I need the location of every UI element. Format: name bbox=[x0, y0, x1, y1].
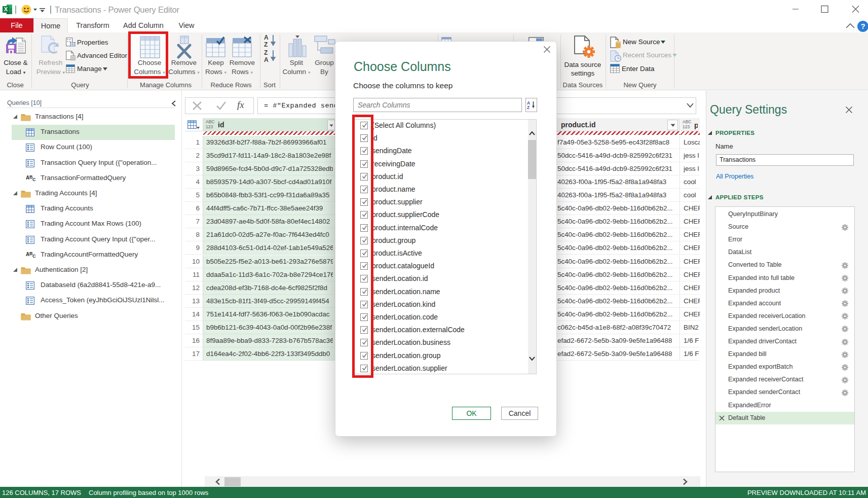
svg-text:Z: Z bbox=[264, 41, 268, 48]
svg-text:A: A bbox=[264, 34, 269, 41]
svg-text:Z: Z bbox=[527, 105, 530, 110]
svg-text:Z: Z bbox=[264, 49, 268, 56]
svg-text:A: A bbox=[264, 56, 269, 63]
svg-text:X: X bbox=[4, 6, 8, 12]
